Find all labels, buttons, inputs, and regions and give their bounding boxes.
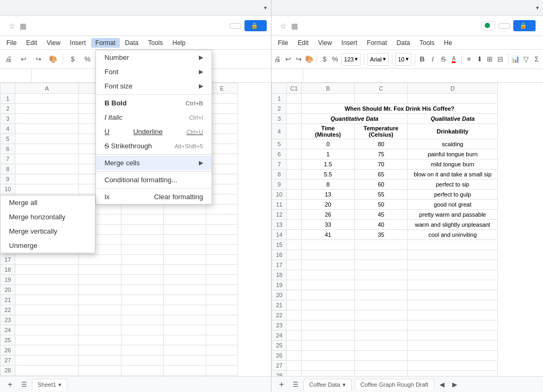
right-col-d[interactable]: D [408, 83, 498, 94]
right-empty-23-2[interactable] [355, 320, 408, 331]
left-cell-15-3[interactable] [164, 235, 206, 245]
left-add-sheet-btn[interactable]: + [4, 379, 16, 390]
format-menu-strikethrough[interactable]: S Strikethrough Alt+Shift+5 [96, 139, 212, 153]
right-undo-btn[interactable]: ↩ [284, 53, 293, 66]
right-menu-insert[interactable]: Insert [337, 38, 362, 48]
right-empty-21-0[interactable] [287, 300, 302, 310]
right-time-10[interactable]: 13 [302, 190, 355, 200]
left-cell-14-3[interactable] [164, 225, 206, 235]
right-empty-23-0[interactable] [287, 320, 302, 331]
right-empty-26-3[interactable] [408, 351, 498, 361]
left-share-button[interactable]: 🔒 [244, 20, 267, 31]
left-nav-list-btn[interactable]: ☰ [19, 380, 29, 389]
left-cell-24-2[interactable] [121, 325, 164, 335]
right-filter-btn[interactable]: ▽ [522, 53, 530, 66]
right-empty-28-0[interactable] [287, 371, 302, 377]
right-indent-btn[interactable]: ⬇ [475, 53, 484, 66]
right-menu-format[interactable]: Format [363, 38, 391, 48]
left-menu-format[interactable]: Format [91, 38, 120, 48]
right-drink-8[interactable]: blow on it and take a small sip [408, 170, 498, 180]
right-time-11[interactable]: 20 [302, 200, 355, 210]
left-cell-21-0[interactable] [15, 295, 79, 305]
right-empty-26-0[interactable] [287, 351, 302, 361]
left-col-a[interactable]: A [15, 83, 79, 94]
right-redo-btn[interactable]: ↪ [295, 53, 303, 66]
left-cell-21-1[interactable] [79, 295, 121, 305]
left-user-dropdown-arrow[interactable]: ▾ [264, 5, 267, 11]
left-cell-19-2[interactable] [121, 275, 164, 285]
left-cell-27-1[interactable] [79, 355, 121, 366]
right-time-8[interactable]: 5.5 [302, 170, 355, 180]
right-drink-5[interactable]: scalding [408, 139, 498, 149]
left-cell-24-1[interactable] [79, 325, 121, 335]
left-cell-18-2[interactable] [121, 265, 164, 275]
left-cell-25-2[interactable] [121, 335, 164, 345]
right-b-1[interactable] [302, 94, 355, 104]
merge-horizontally[interactable]: Merge horizontally [1, 210, 95, 224]
left-comments-button[interactable] [230, 23, 241, 29]
right-drink-10[interactable]: perfect to gulp [408, 190, 498, 200]
left-cell-9-0[interactable] [15, 174, 79, 184]
right-sheet-tab-graph[interactable]: Coffee Graph Rough Draft [355, 379, 434, 390]
right-empty-24-1[interactable] [302, 331, 355, 341]
left-cell-22-0[interactable] [15, 305, 79, 315]
left-cell-26-0[interactable] [15, 345, 79, 355]
left-cell-28-2[interactable] [121, 366, 164, 376]
left-cell-29-2[interactable] [121, 376, 164, 377]
right-time-12[interactable]: 26 [302, 210, 355, 220]
left-cell-22-2[interactable] [121, 305, 164, 315]
left-cell-25-3[interactable] [164, 335, 206, 345]
left-cell-24-3[interactable] [164, 325, 206, 335]
right-c1-7[interactable] [287, 159, 302, 170]
left-print-btn[interactable]: 🖨 [2, 53, 15, 66]
right-c1-11[interactable] [287, 200, 302, 210]
left-star-icon[interactable]: ☆ [8, 22, 15, 30]
right-empty-16-3[interactable] [408, 250, 498, 260]
right-italic-btn[interactable]: I [428, 53, 437, 66]
left-cell-29-0[interactable] [15, 376, 79, 377]
right-chart-btn[interactable]: 📊 [511, 53, 520, 66]
right-empty-17-3[interactable] [408, 260, 498, 270]
left-cell-20-2[interactable] [121, 285, 164, 295]
merge-all[interactable]: Merge all [1, 195, 95, 210]
right-empty-23-3[interactable] [408, 320, 498, 331]
left-cell-28-3[interactable] [164, 366, 206, 376]
left-cell-16-2[interactable] [121, 245, 164, 255]
right-c1-13[interactable] [287, 220, 302, 230]
right-c1-4[interactable] [287, 124, 302, 139]
right-empty-21-1[interactable] [302, 300, 355, 310]
right-align-btn[interactable]: ≡ [465, 53, 473, 66]
right-nav-list-btn[interactable]: ☰ [291, 380, 300, 389]
right-empty-15-0[interactable] [287, 240, 302, 250]
format-menu-merge[interactable]: Merge cells ▶ [96, 156, 212, 170]
right-temp-11[interactable]: 50 [355, 200, 408, 210]
right-empty-15-3[interactable] [408, 240, 498, 250]
left-cell-13-2[interactable] [121, 215, 164, 225]
right-empty-20-2[interactable] [355, 290, 408, 300]
right-empty-16-0[interactable] [287, 250, 302, 260]
left-menu-help[interactable]: Help [168, 38, 190, 48]
right-temp-6[interactable]: 75 [355, 149, 408, 159]
right-quant-header[interactable]: Quantitative Data [302, 114, 408, 124]
left-cell-29-4[interactable] [206, 376, 238, 377]
right-temp-13[interactable]: 40 [355, 220, 408, 230]
right-temp-14[interactable]: 35 [355, 230, 408, 240]
right-menu-tools[interactable]: Tools [415, 38, 439, 48]
right-sheet-tab-coffee[interactable]: Coffee Data ▾ [303, 379, 352, 390]
format-menu-font[interactable]: Font ▶ [96, 65, 212, 79]
left-cell-ref[interactable] [0, 69, 32, 82]
right-share-button[interactable]: 🔒 [513, 20, 536, 31]
right-empty-25-3[interactable] [408, 341, 498, 351]
left-menu-tools[interactable]: Tools [144, 38, 167, 48]
right-drink-13[interactable]: warm and slightly unpleasant [408, 220, 498, 230]
left-cell-14-4[interactable] [206, 225, 238, 235]
right-d-1[interactable] [408, 94, 498, 104]
right-empty-23-1[interactable] [302, 320, 355, 331]
format-menu-number[interactable]: Number ▶ [96, 50, 212, 65]
left-cell-17-2[interactable] [121, 255, 164, 265]
left-cell-23-3[interactable] [164, 315, 206, 325]
right-folder-icon[interactable]: ▦ [291, 22, 298, 30]
right-comments-button[interactable] [498, 23, 510, 29]
right-font-dropdown[interactable]: Arial ▾ [367, 53, 389, 66]
right-empty-21-2[interactable] [355, 300, 408, 310]
